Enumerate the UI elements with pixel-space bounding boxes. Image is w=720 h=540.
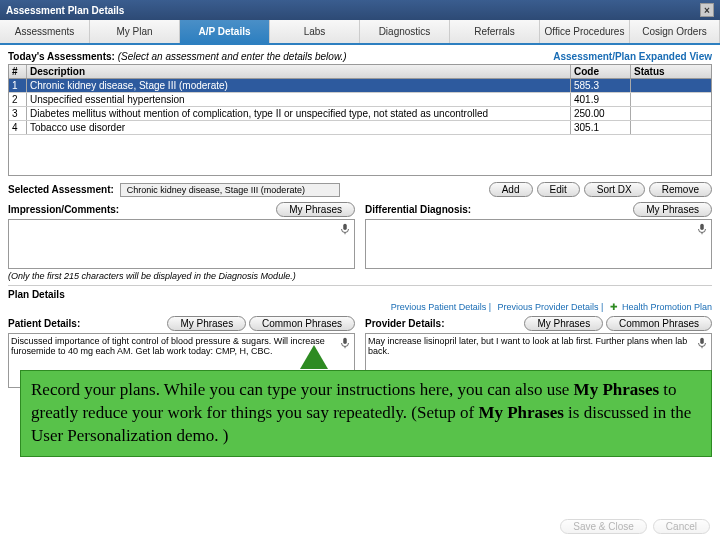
remove-button[interactable]: Remove	[649, 182, 712, 197]
microphone-icon[interactable]	[695, 222, 709, 236]
cell-status	[631, 107, 711, 120]
patient-my-phrases-button[interactable]: My Phrases	[167, 316, 246, 331]
cell-desc: Tobacco use disorder	[27, 121, 571, 134]
footer-buttons: Save & Close Cancel	[560, 519, 710, 534]
cell-desc: Diabetes mellitus without mention of com…	[27, 107, 571, 120]
tooltip-bold: My Phrases	[478, 403, 563, 422]
grid-empty-area	[9, 135, 711, 175]
differential-textarea[interactable]	[365, 219, 712, 269]
window-titlebar: Assessment Plan Details ×	[0, 0, 720, 20]
cell-desc: Chronic kidney disease, Stage III (moder…	[27, 79, 571, 92]
table-row[interactable]: 1 Chronic kidney disease, Stage III (mod…	[9, 79, 711, 93]
window-title: Assessment Plan Details	[6, 5, 124, 16]
provider-my-phrases-button[interactable]: My Phrases	[524, 316, 603, 331]
todays-assessments-note: (Select an assessment and enter the deta…	[118, 51, 347, 62]
tab-diagnostics[interactable]: Diagnostics	[360, 20, 450, 43]
tab-labs[interactable]: Labs	[270, 20, 360, 43]
grid-header: # Description Code Status	[9, 65, 711, 79]
cell-code: 250.00	[571, 107, 631, 120]
microphone-icon[interactable]	[338, 222, 352, 236]
assessments-grid: # Description Code Status 1 Chronic kidn…	[8, 64, 712, 176]
cell-status	[631, 79, 711, 92]
tab-assessments[interactable]: Assessments	[0, 20, 90, 43]
cell-code: 585.3	[571, 79, 631, 92]
tooltip-arrow-icon	[300, 345, 328, 369]
cell-num: 4	[9, 121, 27, 134]
prev-patient-details-link[interactable]: Previous Patient Details	[391, 302, 487, 312]
cell-num: 1	[9, 79, 27, 92]
prev-provider-details-link[interactable]: Previous Provider Details	[498, 302, 599, 312]
impression-my-phrases-button[interactable]: My Phrases	[276, 202, 355, 217]
tab-ap-details[interactable]: A/P Details	[180, 20, 270, 43]
selected-assessment-value: Chronic kidney disease, Stage III (moder…	[120, 183, 340, 197]
tooltip-text: Record your plans. While you can type yo…	[31, 380, 574, 399]
cell-status	[631, 93, 711, 106]
selected-assessment-label: Selected Assessment:	[8, 184, 114, 195]
edit-button[interactable]: Edit	[537, 182, 580, 197]
patient-details-label: Patient Details:	[8, 318, 80, 329]
cell-num: 2	[9, 93, 27, 106]
close-icon[interactable]: ×	[700, 3, 714, 17]
microphone-icon[interactable]	[695, 336, 709, 350]
expanded-view-link[interactable]: Assessment/Plan Expanded View	[553, 51, 712, 62]
svg-rect-6	[700, 338, 704, 344]
patient-details-text: Discussed importance of tight control of…	[11, 336, 325, 356]
differential-my-phrases-button[interactable]: My Phrases	[633, 202, 712, 217]
col-header-status[interactable]: Status	[631, 65, 711, 78]
table-row[interactable]: 3 Diabetes mellitus without mention of c…	[9, 107, 711, 121]
differential-label: Differential Diagnosis:	[365, 204, 471, 215]
cell-code: 305.1	[571, 121, 631, 134]
tab-cosign-orders[interactable]: Cosign Orders	[630, 20, 720, 43]
col-header-code[interactable]: Code	[571, 65, 631, 78]
col-header-desc[interactable]: Description	[27, 65, 571, 78]
cell-status	[631, 121, 711, 134]
svg-rect-2	[700, 224, 704, 230]
tab-my-plan[interactable]: My Plan	[90, 20, 180, 43]
provider-details-text: May increase lisinopril later, but I wan…	[368, 336, 687, 356]
impression-textarea[interactable]	[8, 219, 355, 269]
plan-links: Previous Patient Details | Previous Prov…	[8, 302, 712, 312]
patient-common-phrases-button[interactable]: Common Phrases	[249, 316, 355, 331]
tab-referrals[interactable]: Referrals	[450, 20, 540, 43]
save-close-button[interactable]: Save & Close	[560, 519, 647, 534]
tooltip-bold: My Phrases	[574, 380, 659, 399]
char-limit-note: (Only the first 215 characters will be d…	[8, 271, 712, 281]
tooltip-overlay: Record your plans. While you can type yo…	[20, 370, 712, 457]
cancel-button[interactable]: Cancel	[653, 519, 710, 534]
todays-assessments-label: Today's Assessments:	[8, 51, 115, 62]
cell-num: 3	[9, 107, 27, 120]
tab-office-procedures[interactable]: Office Procedures	[540, 20, 630, 43]
health-promotion-link[interactable]: Health Promotion Plan	[622, 302, 712, 312]
table-row[interactable]: 4 Tobacco use disorder 305.1	[9, 121, 711, 135]
tab-bar: Assessments My Plan A/P Details Labs Dia…	[0, 20, 720, 45]
svg-rect-4	[343, 338, 347, 344]
cell-code: 401.9	[571, 93, 631, 106]
add-button[interactable]: Add	[489, 182, 533, 197]
provider-details-label: Provider Details:	[365, 318, 444, 329]
sort-dx-button[interactable]: Sort DX	[584, 182, 645, 197]
svg-rect-0	[343, 224, 347, 230]
provider-common-phrases-button[interactable]: Common Phrases	[606, 316, 712, 331]
plan-details-header: Plan Details	[8, 285, 712, 300]
impression-label: Impression/Comments:	[8, 204, 119, 215]
microphone-icon[interactable]	[338, 336, 352, 350]
col-header-num[interactable]: #	[9, 65, 27, 78]
table-row[interactable]: 2 Unspecified essential hypertension 401…	[9, 93, 711, 107]
cell-desc: Unspecified essential hypertension	[27, 93, 571, 106]
todays-assessments-header: Today's Assessments: (Select an assessme…	[8, 51, 712, 62]
